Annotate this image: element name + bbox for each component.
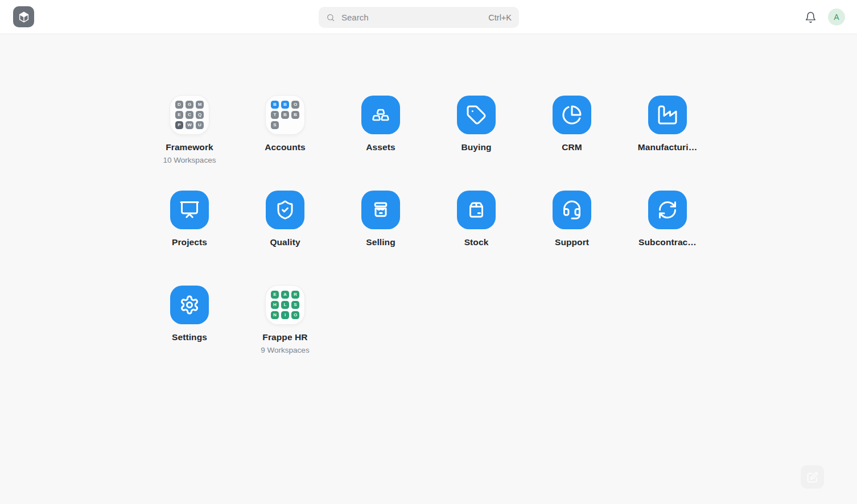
app-label: Frappe HR — [262, 332, 307, 342]
search-bar[interactable]: Ctrl+K — [319, 7, 519, 28]
mini-app-tile: E — [175, 111, 183, 119]
search-icon — [326, 13, 335, 22]
app-settings[interactable]: Settings — [142, 286, 237, 342]
mini-app-tile: B — [291, 111, 299, 119]
app-crm[interactable]: CRM — [524, 96, 620, 152]
avatar-letter: A — [834, 13, 839, 22]
workspace-grid-icon: EARHLSNIO — [266, 286, 304, 324]
app-manufacturing[interactable]: Manufacturi… — [620, 96, 715, 152]
app-stock[interactable]: Stock — [429, 191, 524, 247]
app-label: Settings — [172, 332, 207, 342]
app-accounts[interactable]: BBOTBBSAccounts — [237, 96, 333, 152]
app-label: Support — [555, 237, 589, 247]
mini-app-tile: B — [281, 101, 289, 109]
cube-logo-icon — [18, 11, 30, 23]
app-support[interactable]: Support — [524, 191, 620, 247]
mini-app-tile: W — [186, 121, 193, 129]
app-label: Manufacturi… — [638, 142, 698, 152]
mini-app-tile: U — [196, 121, 204, 129]
mini-app-tile: N — [271, 311, 279, 319]
mini-app-tile: G — [186, 101, 193, 109]
mini-app-tile: Q — [196, 111, 204, 119]
app-label: CRM — [562, 142, 582, 152]
package-icon — [457, 191, 496, 229]
storefront-icon — [361, 191, 400, 229]
refresh-arrows-icon — [648, 191, 687, 229]
shield-check-icon — [266, 191, 304, 229]
mini-app-tile: S — [271, 121, 279, 129]
app-assets[interactable]: Assets — [333, 96, 429, 152]
frappe-logo-button[interactable] — [13, 6, 34, 27]
app-label: Subcontrac… — [638, 237, 697, 247]
search-shortcut: Ctrl+K — [488, 13, 512, 22]
mini-app-tile: O — [291, 311, 299, 319]
gear-icon — [170, 286, 209, 324]
mini-app-tile: B — [271, 101, 279, 109]
mini-app-tile: I — [281, 311, 289, 319]
app-label: Framework — [166, 142, 213, 152]
app-framework[interactable]: DGMECQPWUFramework10 Workspaces — [142, 96, 237, 164]
pie-chart-icon — [553, 96, 591, 134]
app-quality[interactable]: Quality — [237, 191, 333, 247]
avatar[interactable]: A — [828, 9, 845, 26]
presentation-icon — [170, 191, 209, 229]
mini-app-tile: A — [281, 291, 289, 299]
mini-app-tile: P — [175, 121, 183, 129]
app-label: Stock — [464, 237, 489, 247]
mini-app-tile: C — [186, 111, 193, 119]
mini-app-tile: R — [291, 291, 299, 299]
headset-icon — [553, 191, 591, 229]
mini-app-tile: L — [281, 301, 289, 309]
search-input[interactable] — [340, 12, 488, 23]
app-label: Assets — [366, 142, 395, 152]
mini-app-tile: H — [271, 301, 279, 309]
bell-icon — [804, 11, 817, 23]
app-label: Accounts — [265, 142, 305, 152]
factory-icon — [648, 96, 687, 134]
mini-app-tile: M — [196, 101, 204, 109]
app-projects[interactable]: Projects — [142, 191, 237, 247]
tag-icon — [457, 96, 496, 134]
app-grid: DGMECQPWUFramework10 WorkspacesBBOTBBSAc… — [142, 96, 715, 381]
workspace-grid-icon: DGMECQPWU — [170, 96, 209, 134]
edit-icon — [807, 472, 818, 483]
mini-app-tile: O — [291, 101, 299, 109]
app-sublabel: 10 Workspaces — [163, 156, 216, 164]
mini-app-tile: E — [271, 291, 279, 299]
app-label: Buying — [461, 142, 491, 152]
mini-app-tile: D — [175, 101, 183, 109]
mini-app-tile: T — [271, 111, 279, 119]
workspace-grid-icon: BBOTBBS — [266, 96, 304, 134]
app-sublabel: 9 Workspaces — [261, 346, 309, 354]
app-buying[interactable]: Buying — [429, 96, 524, 152]
edit-fab-button[interactable] — [801, 465, 824, 489]
mini-app-tile: B — [281, 111, 289, 119]
mini-app-tile: S — [291, 301, 299, 309]
app-frappe-hr[interactable]: EARHLSNIOFrappe HR9 Workspaces — [237, 286, 333, 354]
app-label: Selling — [366, 237, 395, 247]
gold-bars-icon — [361, 96, 400, 134]
notifications-button[interactable] — [804, 10, 817, 24]
app-subcontracting[interactable]: Subcontrac… — [620, 191, 715, 247]
app-label: Projects — [172, 237, 207, 247]
app-selling[interactable]: Selling — [333, 191, 429, 247]
top-bar: Ctrl+K A — [0, 0, 857, 34]
app-label: Quality — [270, 237, 300, 247]
